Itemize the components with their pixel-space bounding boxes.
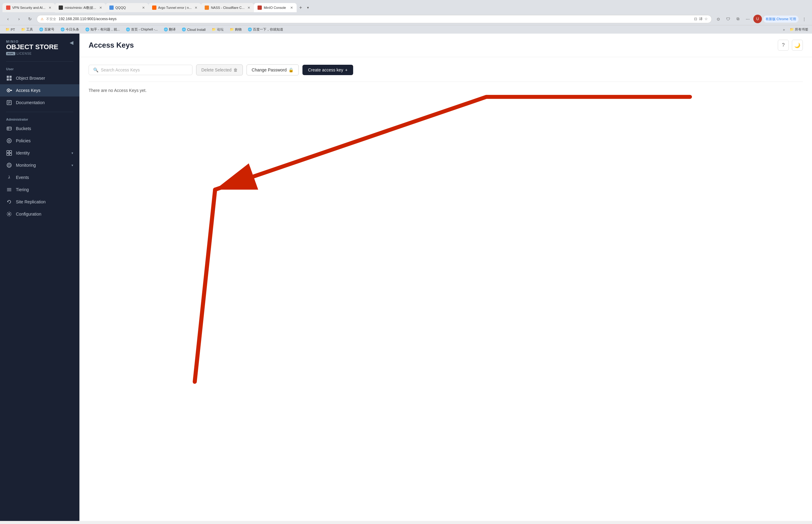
sidebar-item-tiering[interactable]: Tiering xyxy=(0,183,79,196)
chevron-down-icon: ▾ xyxy=(71,151,73,155)
all-bookmarks[interactable]: 📁 所有书签 xyxy=(790,27,808,32)
sidebar-item-policies[interactable]: Policies xyxy=(0,135,79,147)
forward-button[interactable]: › xyxy=(15,15,23,23)
profile-avatar[interactable]: U xyxy=(753,15,762,23)
sidebar-item-events[interactable]: λ Events xyxy=(0,171,79,183)
sidebar-item-label: Access Keys xyxy=(16,88,73,93)
tiering-icon xyxy=(6,186,12,193)
tab-minio-console[interactable]: MinIO Console ✕ xyxy=(254,3,297,12)
bookmark-chiphell[interactable]: 🌐 首页 - Chiphell -... xyxy=(124,27,160,32)
browser-toolbar: ‹ › ↻ ⚠ 不安全 192.168.200.110:9001/access-… xyxy=(0,13,812,25)
sidebar-item-configuration[interactable]: Configuration xyxy=(0,208,79,220)
sidebar-item-label: Monitoring xyxy=(16,163,68,168)
bookmark-label: 工具 xyxy=(26,27,33,32)
extensions-icon[interactable]: ⧉ xyxy=(734,15,742,23)
tab-overflow-button[interactable]: ▾ xyxy=(305,3,311,12)
bookmark-favicon: 🌐 xyxy=(182,28,186,31)
tab-close-icon[interactable]: ✕ xyxy=(142,6,145,10)
search-wrapper: 🔍 xyxy=(88,65,193,75)
bookmarks-bar: 📁 PT 📁 工具 🌐 百家号 🌐 今日头条 🌐 知乎 - 有问题，就... 🌐… xyxy=(0,25,812,34)
sidebar-item-access-keys[interactable]: Access Keys xyxy=(0,84,79,97)
bookmark-favicon: 🌐 xyxy=(39,28,43,31)
svg-rect-20 xyxy=(10,150,12,153)
bookmark-favicon: 🌐 xyxy=(85,28,90,31)
sidebar-item-site-replication[interactable]: Site Replication xyxy=(0,196,79,208)
sidebar-item-label: Site Replication xyxy=(16,199,73,204)
tab-argo[interactable]: Argo Tunnel error | n... ✕ xyxy=(148,3,201,12)
tab-title: NASS - Cloudflare C... xyxy=(211,6,244,10)
header-actions: ? 🌙 xyxy=(778,40,803,51)
security-icon: ⚠ xyxy=(40,17,44,21)
sidebar-divider-top xyxy=(6,61,73,62)
tab-close-icon[interactable]: ✕ xyxy=(49,6,51,10)
change-password-button[interactable]: Change Password 🔒 xyxy=(246,64,299,76)
svg-rect-21 xyxy=(7,153,9,155)
create-access-key-button[interactable]: Create access key + xyxy=(303,65,353,75)
sidebar-item-monitoring[interactable]: Monitoring ▾ xyxy=(0,159,79,171)
svg-rect-13 xyxy=(7,127,11,130)
plus-icon: + xyxy=(345,67,347,72)
help-button[interactable]: ? xyxy=(778,40,789,51)
bookmark-baidu[interactable]: 🌐 百度一下，你就知道 xyxy=(246,27,285,32)
more-icon[interactable]: ⋯ xyxy=(744,15,752,23)
site-replication-icon xyxy=(6,199,12,205)
help-icon: ? xyxy=(782,43,785,48)
tab-close-icon[interactable]: ✕ xyxy=(247,6,250,10)
bookmark-zhihu[interactable]: 🌐 知乎 - 有问题，就... xyxy=(83,27,121,32)
search-input[interactable] xyxy=(101,67,188,72)
sidebar-item-object-browser[interactable]: Object Browser xyxy=(0,72,79,84)
sidebar-item-buckets[interactable]: Buckets xyxy=(0,122,79,135)
sidebar-item-documentation[interactable]: Documentation xyxy=(0,97,79,109)
tab-minio-github[interactable]: minio/minio: AI数据... ✕ xyxy=(55,3,106,13)
sidebar-collapse-button[interactable]: ◀ xyxy=(70,40,73,46)
bookmark-forum[interactable]: 📁 论坛 xyxy=(210,27,225,32)
page-title: Access Keys xyxy=(88,41,134,49)
toolbar: 🔍 Delete Selected 🗑 Change Password 🔒 Cr… xyxy=(88,64,803,76)
bookmark-label: 今日头条 xyxy=(66,27,79,32)
shield-icon[interactable]: 🛡 xyxy=(724,15,733,23)
tab-close-icon[interactable]: ✕ xyxy=(99,6,102,10)
tab-qqqq[interactable]: QQQQ ✕ xyxy=(106,3,148,12)
address-bar[interactable]: ⚠ 不安全 192.168.200.110:9001/access-keys ⊡… xyxy=(37,15,712,23)
identity-icon xyxy=(6,150,12,156)
bookmark-pt[interactable]: 📁 PT xyxy=(4,27,17,32)
qr-icon[interactable]: ⊡ xyxy=(694,17,697,21)
update-chrome-button[interactable]: 有新版 Chrome 可用 xyxy=(763,16,799,22)
tab-title: MinIO Console xyxy=(264,6,287,10)
sidebar-item-identity[interactable]: Identity ▾ xyxy=(0,147,79,159)
browser-tabs: VPN Security and AI... ✕ minio/minio: AI… xyxy=(0,0,812,13)
new-tab-button[interactable]: + xyxy=(297,2,304,13)
theme-toggle-button[interactable]: 🌙 xyxy=(792,40,803,51)
bookmark-cloud-install[interactable]: 🌐 Cloud Install xyxy=(180,27,208,32)
app-container: MINIO OBJECT STORE AGPL LICENSE ◀ User xyxy=(0,34,812,521)
user-section-label: User xyxy=(0,65,79,72)
tab-favicon xyxy=(59,5,63,10)
tab-close-icon[interactable]: ✕ xyxy=(195,6,197,10)
tab-favicon xyxy=(258,5,262,10)
delete-selected-label: Delete Selected xyxy=(201,67,231,72)
back-button[interactable]: ‹ xyxy=(4,15,12,23)
bookmark-shopping[interactable]: 📁 购物 xyxy=(228,27,243,32)
bookmark-translate[interactable]: 🌐 翻译 xyxy=(162,27,178,32)
bookmark-tools[interactable]: 📁 工具 xyxy=(19,27,35,32)
bookmark-label: 购物 xyxy=(235,27,242,32)
star-icon[interactable]: ☆ xyxy=(704,17,708,21)
bookmarks-overflow[interactable]: » xyxy=(783,28,785,31)
account-icon[interactable]: ⊙ xyxy=(714,15,723,23)
reload-button[interactable]: ↻ xyxy=(26,15,34,23)
bookmark-baijia[interactable]: 🌐 百家号 xyxy=(37,27,56,32)
delete-selected-button[interactable]: Delete Selected 🗑 xyxy=(196,64,243,76)
bookmark-favicon: 🌐 xyxy=(61,28,65,31)
tab-vpn[interactable]: VPN Security and AI... ✕ xyxy=(2,3,55,12)
bookmark-toutiao[interactable]: 🌐 今日头条 xyxy=(59,27,81,32)
monitoring-icon xyxy=(6,162,12,168)
bookmark-folder-icon: 📁 xyxy=(21,28,26,31)
bookmark-label: 百度一下，你就知道 xyxy=(253,27,283,32)
logo-license: AGPL LICENSE xyxy=(6,52,58,55)
sidebar-item-label: Documentation xyxy=(16,100,73,105)
tab-close-icon[interactable]: ✕ xyxy=(290,6,293,10)
menu-icon[interactable]: ⋮ xyxy=(800,15,808,23)
tab-nass[interactable]: NASS - Cloudflare C... ✕ xyxy=(201,3,254,12)
translate-icon[interactable]: 译 xyxy=(699,16,703,22)
empty-state-message: There are no Access Keys yet. xyxy=(88,82,803,99)
